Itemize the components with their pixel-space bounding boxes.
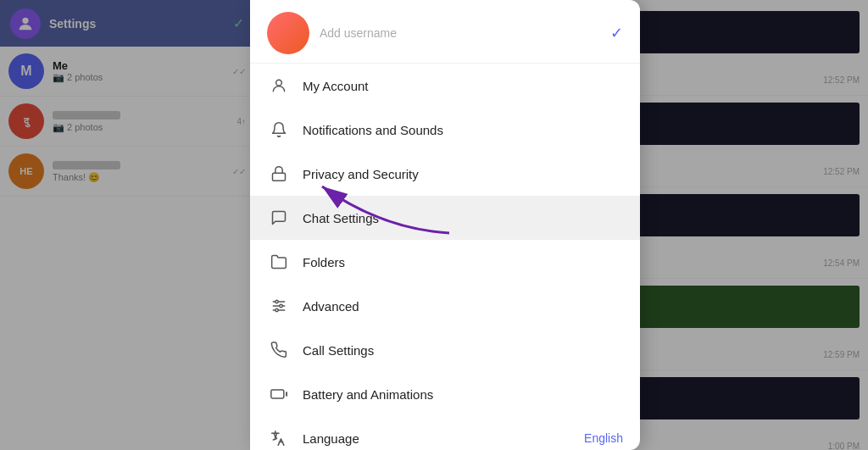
menu-item-privacy[interactable]: Privacy and Security [250,152,640,196]
translate-icon [267,430,291,447]
settings-panel: Add username ✓ My Account Notifications … [250,0,640,450]
svg-point-1 [276,80,282,86]
menu-list: My Account Notifications and Sounds Priv… [250,64,640,450]
battery-label: Battery and Animations [303,387,623,402]
battery-icon [267,386,291,403]
svg-rect-9 [271,390,284,398]
language-label: Language [303,431,584,446]
menu-item-notifications[interactable]: Notifications and Sounds [250,108,640,152]
language-value: English [584,431,623,445]
menu-item-advanced[interactable]: Advanced [250,284,640,328]
menu-item-battery[interactable]: Battery and Animations [250,372,640,416]
svg-point-8 [275,308,278,311]
advanced-label: Advanced [303,299,623,314]
menu-item-folders[interactable]: Folders [250,240,640,284]
notifications-label: Notifications and Sounds [303,123,623,137]
add-username-label[interactable]: Add username [320,26,397,40]
menu-item-my-account[interactable]: My Account [250,64,640,108]
call-settings-label: Call Settings [303,343,623,358]
menu-item-language[interactable]: Language English [250,416,640,450]
menu-item-call-settings[interactable]: Call Settings [250,328,640,372]
done-check-icon[interactable]: ✓ [610,24,623,42]
folders-label: Folders [303,255,623,269]
chat-icon [267,209,291,226]
settings-avatar [267,12,309,54]
my-account-label: My Account [303,79,623,93]
chat-settings-label: Chat Settings [303,211,623,225]
svg-point-6 [275,300,278,303]
settings-header: Add username ✓ [250,0,640,64]
svg-rect-2 [273,173,286,181]
settings-user-info: Add username [320,26,397,40]
lock-icon [267,165,291,182]
person-icon [267,77,291,94]
svg-point-7 [280,304,282,307]
phone-icon [267,342,291,358]
folder-icon [267,253,291,270]
menu-item-chat-settings[interactable]: Chat Settings [250,196,640,240]
bell-icon [267,121,291,138]
privacy-label: Privacy and Security [303,167,623,181]
sliders-icon [267,297,291,314]
